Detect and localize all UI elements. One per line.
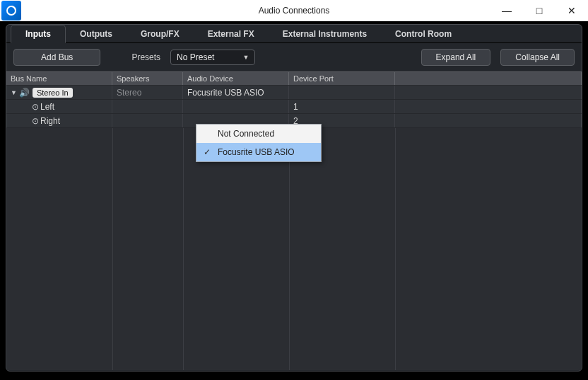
app-icon [1, 1, 21, 21]
collapse-all-button[interactable]: Collapse All [500, 49, 575, 66]
table-header: Bus Name Speakers Audio Device Device Po… [6, 71, 582, 86]
mono-speaker-icon: ⊙ [32, 102, 39, 112]
dropdown-triangle-icon: ▼ [242, 54, 249, 61]
bus-row[interactable]: ▼ 🔊 Stereo In Stereo Focusrite USB ASIO [6, 86, 582, 100]
col-device-port[interactable]: Device Port [289, 72, 395, 85]
tab-inputs[interactable]: Inputs [11, 25, 66, 43]
add-bus-button[interactable]: Add Bus [13, 49, 100, 66]
speaker-icon: 🔊 [19, 88, 30, 98]
close-button[interactable]: ✕ [555, 0, 588, 21]
expand-all-button[interactable]: Expand All [421, 49, 491, 66]
menu-item-focusrite[interactable]: Focusrite USB ASIO [196, 143, 321, 161]
bus-device-value[interactable]: Focusrite USB ASIO [183, 86, 289, 99]
tab-bar: Inputs Outputs Group/FX External FX Exte… [6, 25, 582, 43]
tab-control-room[interactable]: Control Room [381, 25, 466, 42]
channel-right-label: Right [40, 116, 60, 126]
col-speakers[interactable]: Speakers [112, 72, 183, 85]
channel-row-left[interactable]: ⊙ Left 1 [6, 100, 582, 114]
minimize-button[interactable]: — [490, 0, 523, 21]
title-bar: Audio Connections — □ ✕ [0, 0, 588, 21]
maximize-button[interactable]: □ [523, 0, 555, 21]
menu-item-not-connected[interactable]: Not Connected [196, 125, 321, 143]
tab-outputs[interactable]: Outputs [66, 25, 127, 42]
device-context-menu[interactable]: Not Connected Focusrite USB ASIO [196, 124, 322, 162]
tab-external-instruments[interactable]: External Instruments [269, 25, 381, 42]
main-panel: Inputs Outputs Group/FX External FX Exte… [6, 24, 582, 372]
presets-dropdown[interactable]: No Preset ▼ [170, 50, 255, 65]
tab-groupfx[interactable]: Group/FX [127, 25, 194, 42]
table-body: ▼ 🔊 Stereo In Stereo Focusrite USB ASIO … [6, 86, 582, 128]
expand-toggle-icon[interactable]: ▼ [11, 89, 17, 96]
mono-speaker-icon: ⊙ [32, 116, 39, 126]
bus-name-value[interactable]: Stereo In [33, 88, 73, 98]
channel-left-label: Left [40, 102, 54, 112]
toolbar: Add Bus Presets No Preset ▼ Expand All C… [6, 43, 582, 71]
presets-value: No Preset [177, 52, 214, 62]
presets-label: Presets [131, 52, 160, 62]
col-bus-name[interactable]: Bus Name [6, 72, 112, 85]
tab-externalfx[interactable]: External FX [194, 25, 269, 42]
bus-speakers-value: Stereo [112, 86, 183, 99]
channel-left-port[interactable]: 1 [289, 100, 395, 113]
col-spare [395, 72, 582, 85]
bus-port-value [289, 86, 395, 99]
col-audio-device[interactable]: Audio Device [183, 72, 289, 85]
